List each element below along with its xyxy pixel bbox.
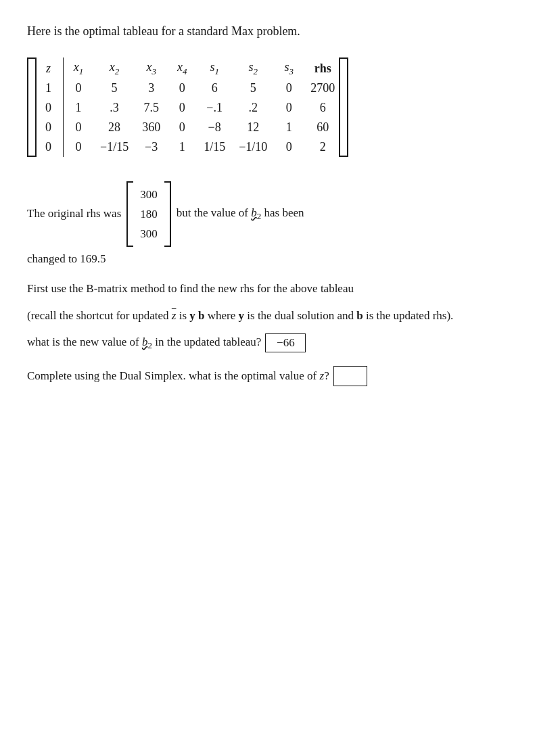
- col-s1: s1: [197, 57, 232, 78]
- rhs-label: The original rhs was: [27, 207, 121, 221]
- cell-r1-s3: 0: [274, 78, 304, 98]
- table-row: 0 0 28 360 0 −8 12 1 60: [34, 118, 342, 137]
- cell-r4-s3: 0: [274, 137, 304, 157]
- cell-r4-x2: −1/15: [93, 137, 135, 157]
- cell-r3-s3: 1: [274, 118, 304, 137]
- cell-r4-rhs: 2: [304, 137, 342, 157]
- question1-prefix: what is the new value of b2 in the updat…: [27, 335, 261, 351]
- col-z: z: [34, 57, 64, 78]
- rhs-vector: 300 180 300: [126, 181, 171, 248]
- cell-r3-s1: −8: [197, 118, 232, 137]
- cell-r1-s1: 6: [197, 78, 232, 98]
- table-row: 0 1 .3 7.5 0 −.1 .2 0 6: [34, 98, 342, 118]
- col-s3: s3: [274, 57, 304, 78]
- cell-r4-s1: 1/15: [197, 137, 232, 157]
- cell-r2-rhs: 6: [304, 98, 342, 118]
- question1-line: what is the new value of b2 in the updat…: [27, 333, 533, 352]
- cell-r1-rhs: 2700: [304, 78, 342, 98]
- col-x1: x1: [64, 57, 93, 78]
- question2-answer-input[interactable]: [333, 366, 367, 386]
- rhs-val-2: 180: [140, 205, 158, 223]
- cell-r1-x4: 0: [167, 78, 197, 98]
- cell-r1-x3: 3: [135, 78, 167, 98]
- cell-r4-z: 0: [34, 137, 64, 157]
- col-s2: s2: [232, 57, 274, 78]
- cell-r3-z: 0: [34, 118, 64, 137]
- cell-r2-x2: .3: [93, 98, 135, 118]
- cell-r2-x4: 0: [167, 98, 197, 118]
- cell-r2-s2: .2: [232, 98, 274, 118]
- cell-r3-x3: 360: [135, 118, 167, 137]
- page: Here is the optimal tableau for a standa…: [0, 0, 560, 742]
- cell-r3-x1: 0: [64, 118, 93, 137]
- table-row: 1 0 5 3 0 6 5 0 2700: [34, 78, 342, 98]
- changed-text: changed to 169.5: [27, 252, 533, 266]
- cell-r1-x2: 5: [93, 78, 135, 98]
- vec-right-bracket: [164, 181, 171, 248]
- tableau-table: z x1 x2 x3 x4 s1 s2 s3 rhs 1 0 5 3 0: [34, 57, 342, 157]
- cell-r4-x3: −3: [135, 137, 167, 157]
- cell-r1-s2: 5: [232, 78, 274, 98]
- rhs-val-1: 300: [140, 185, 158, 204]
- right-bracket: [339, 57, 348, 157]
- cell-r2-x3: 7.5: [135, 98, 167, 118]
- cell-r1-x1: 0: [64, 78, 93, 98]
- rhs-val-3: 300: [140, 225, 158, 243]
- col-rhs: rhs: [304, 57, 342, 78]
- intro-text: Here is the optimal tableau for a standa…: [27, 24, 533, 39]
- cell-r2-s1: −.1: [197, 98, 232, 118]
- rhs-but-text: but the value of b2 has been: [177, 206, 304, 222]
- col-x3: x3: [135, 57, 167, 78]
- cell-r3-rhs: 60: [304, 118, 342, 137]
- cell-r2-z: 0: [34, 98, 64, 118]
- paragraph2: (recall the shortcut for updated z is y …: [27, 306, 533, 325]
- question1-answer: −66: [277, 336, 295, 349]
- cell-r1-z: 1: [34, 78, 64, 98]
- table-row: 0 0 −1/15 −3 1 1/15 −1/10 0 2: [34, 137, 342, 157]
- cell-r3-s2: 12: [232, 118, 274, 137]
- rhs-vector-values: 300 180 300: [133, 181, 164, 248]
- question2-prefix: Complete using the Dual Simplex. what is…: [27, 369, 329, 383]
- cell-r4-s2: −1/10: [232, 137, 274, 157]
- paragraph1: First use the B-matrix method to find th…: [27, 279, 533, 298]
- cell-r2-s3: 0: [274, 98, 304, 118]
- question1-answer-box: −66: [265, 333, 306, 352]
- cell-r2-x1: 1: [64, 98, 93, 118]
- left-bracket: [27, 57, 37, 157]
- rhs-section: The original rhs was 300 180 300 but the…: [27, 181, 533, 248]
- cell-r3-x4: 0: [167, 118, 197, 137]
- cell-r4-x1: 0: [64, 137, 93, 157]
- cell-r4-x4: 1: [167, 137, 197, 157]
- cell-r3-x2: 28: [93, 118, 135, 137]
- tableau-matrix: z x1 x2 x3 x4 s1 s2 s3 rhs 1 0 5 3 0: [34, 57, 342, 157]
- question2-line: Complete using the Dual Simplex. what is…: [27, 366, 533, 386]
- col-x4: x4: [167, 57, 197, 78]
- vec-left-bracket: [126, 181, 133, 248]
- col-x2: x2: [93, 57, 135, 78]
- tableau-header-row: z x1 x2 x3 x4 s1 s2 s3 rhs: [34, 57, 342, 78]
